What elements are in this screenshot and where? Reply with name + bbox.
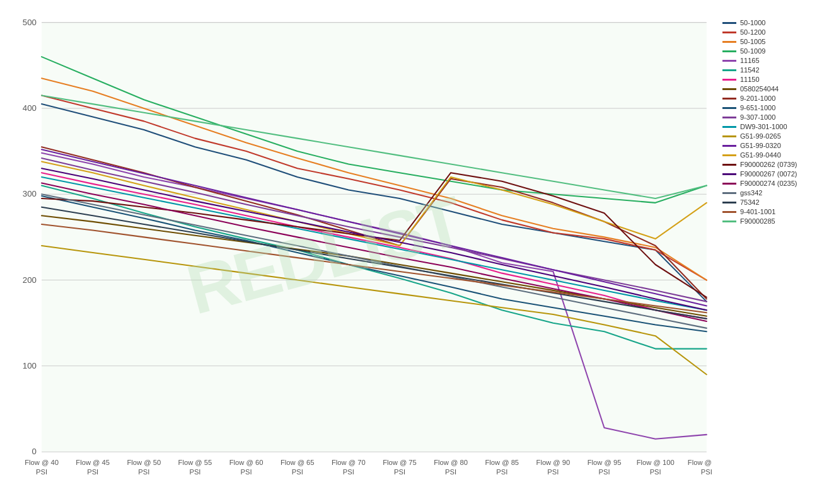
legend-label: F90000262 (0739) <box>740 161 797 168</box>
svg-text:Flow @ 105: Flow @ 105 <box>688 459 713 466</box>
legend-color <box>722 135 736 137</box>
legend-label: G51-99-0320 <box>740 142 781 149</box>
svg-text:PSI: PSI <box>701 467 712 475</box>
svg-text:300: 300 <box>23 189 37 198</box>
chart-area: REDLIST 0100200300400500Flow @ 40PSIFlow… <box>6 13 713 498</box>
svg-text:400: 400 <box>23 103 37 113</box>
legend-item: 9-401-1001 <box>722 208 811 215</box>
legend-label: DW9-301-1000 <box>740 123 787 130</box>
legend-color <box>722 154 736 156</box>
svg-text:Flow @ 75: Flow @ 75 <box>383 459 417 466</box>
legend-label: F90000267 (0072) <box>740 170 797 178</box>
legend-item: 50-1005 <box>722 38 811 45</box>
legend-item: 50-1200 <box>722 28 811 36</box>
svg-text:Flow @ 70: Flow @ 70 <box>332 459 366 466</box>
legend-item: 75342 <box>722 198 811 206</box>
legend-label: F90000274 (0235) <box>740 180 797 187</box>
legend-item: F90000274 (0235) <box>722 180 811 187</box>
svg-text:PSI: PSI <box>241 467 252 475</box>
svg-text:0: 0 <box>32 447 37 456</box>
svg-text:PSI: PSI <box>87 467 98 475</box>
legend-color <box>722 220 736 222</box>
svg-text:Flow @ 45: Flow @ 45 <box>76 459 110 466</box>
legend-color <box>722 69 736 71</box>
svg-text:PSI: PSI <box>547 467 559 475</box>
legend-item: G51-99-0265 <box>722 132 811 140</box>
svg-text:Flow @ 65: Flow @ 65 <box>281 459 315 466</box>
legend-label: gss342 <box>740 189 762 197</box>
legend-label: 11150 <box>740 76 760 83</box>
legend-item: 9-651-1000 <box>722 104 811 112</box>
chart-svg: 0100200300400500Flow @ 40PSIFlow @ 45PSI… <box>6 13 713 498</box>
svg-text:Flow @ 90: Flow @ 90 <box>536 459 571 466</box>
legend-item: F90000267 (0072) <box>722 170 811 178</box>
legend-area: 50-100050-120050-100550-1009111651154211… <box>713 13 811 498</box>
svg-text:500: 500 <box>23 18 37 27</box>
legend-label: 11165 <box>740 57 760 64</box>
legend-label: 50-1005 <box>740 38 765 45</box>
legend-color <box>722 126 736 128</box>
legend-item: 50-1000 <box>722 19 811 26</box>
legend-item: G51-99-0440 <box>722 151 811 159</box>
svg-text:Flow @ 40: Flow @ 40 <box>25 459 59 466</box>
legend-item: 11542 <box>722 66 811 74</box>
legend-item: 50-1009 <box>722 47 811 55</box>
legend-label: 9-307-1000 <box>740 113 775 121</box>
legend-label: 9-651-1000 <box>740 104 775 112</box>
legend-label: 75342 <box>740 198 760 206</box>
legend-label: 0580254044 <box>740 85 779 93</box>
svg-text:Flow @ 95: Flow @ 95 <box>588 459 622 466</box>
svg-text:100: 100 <box>23 361 37 370</box>
legend-color <box>722 183 736 185</box>
svg-text:PSI: PSI <box>650 467 661 475</box>
legend-color <box>722 164 736 166</box>
svg-text:PSI: PSI <box>496 467 507 475</box>
legend-label: 9-201-1000 <box>740 94 775 102</box>
legend-item: gss342 <box>722 189 811 197</box>
legend-color <box>722 32 736 33</box>
legend-color <box>722 50 736 52</box>
svg-text:PSI: PSI <box>138 467 149 475</box>
svg-text:PSI: PSI <box>189 467 200 475</box>
svg-text:PSI: PSI <box>599 467 610 475</box>
svg-text:PSI: PSI <box>292 467 303 475</box>
svg-text:200: 200 <box>23 275 37 285</box>
legend-color <box>722 22 736 24</box>
legend-color <box>722 88 736 90</box>
svg-text:PSI: PSI <box>36 467 47 475</box>
legend-color <box>722 107 736 109</box>
legend-label: 50-1009 <box>740 47 765 55</box>
legend-item: G51-99-0320 <box>722 142 811 149</box>
legend-item: F90000285 <box>722 217 811 225</box>
legend-item: DW9-301-1000 <box>722 123 811 130</box>
svg-text:PSI: PSI <box>343 467 354 475</box>
legend-item: 9-201-1000 <box>722 94 811 102</box>
legend-color <box>722 202 736 203</box>
legend-label: 50-1200 <box>740 28 765 36</box>
legend-color <box>722 211 736 213</box>
svg-text:Flow @ 85: Flow @ 85 <box>485 459 519 466</box>
legend-label: 50-1000 <box>740 19 765 26</box>
legend-item: 11150 <box>722 76 811 83</box>
legend-color <box>722 79 736 81</box>
legend-color <box>722 117 736 118</box>
legend-item: 0580254044 <box>722 85 811 93</box>
chart-container: REDLIST 0100200300400500Flow @ 40PSIFlow… <box>0 0 817 504</box>
legend-color <box>722 98 736 100</box>
legend-label: F90000285 <box>740 217 775 225</box>
svg-text:PSI: PSI <box>394 467 405 475</box>
legend-label: 11542 <box>740 66 760 74</box>
svg-text:Flow @ 50: Flow @ 50 <box>127 459 161 466</box>
legend-item: 9-307-1000 <box>722 113 811 121</box>
svg-text:Flow @ 100: Flow @ 100 <box>637 459 675 466</box>
legend-item: F90000262 (0739) <box>722 161 811 168</box>
legend-label: G51-99-0265 <box>740 132 781 140</box>
legend-color <box>722 173 736 175</box>
legend-label: 9-401-1001 <box>740 208 775 215</box>
legend-color <box>722 145 736 147</box>
svg-text:Flow @ 55: Flow @ 55 <box>178 459 212 466</box>
svg-text:Flow @ 60: Flow @ 60 <box>229 459 264 466</box>
legend-color <box>722 60 736 62</box>
legend-color <box>722 192 736 194</box>
legend-color <box>722 41 736 43</box>
